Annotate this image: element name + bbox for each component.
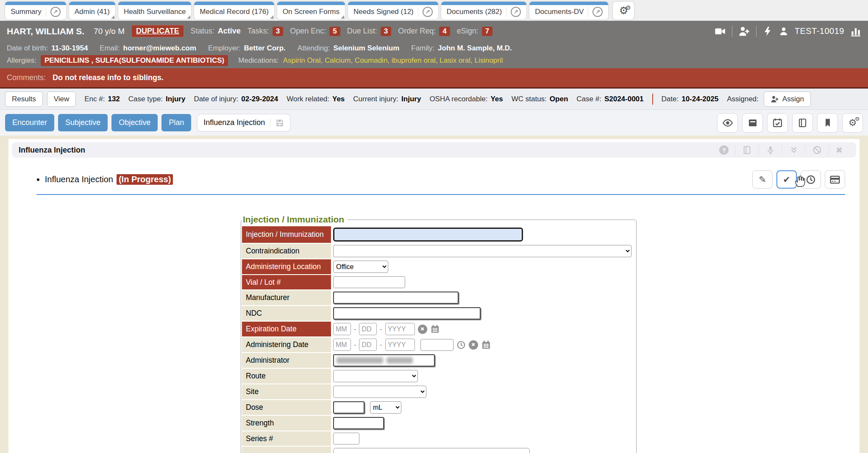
reaction-comments-textarea[interactable] (333, 448, 530, 453)
influenza-injection-form-tab[interactable]: Influenza Injection (198, 114, 290, 131)
book-icon[interactable] (735, 145, 759, 155)
administering-month-input[interactable] (333, 339, 351, 351)
route-select[interactable] (333, 370, 418, 382)
form-row: Contraindication (242, 244, 633, 258)
tasks-counter[interactable]: Tasks: 3 (248, 27, 283, 36)
time-clock-icon[interactable] (456, 340, 466, 350)
clear-date-icon[interactable]: ✖ (418, 325, 427, 334)
medication-link[interactable]: ibuprofen oral (387, 56, 435, 65)
clear-date-icon[interactable]: ✖ (469, 340, 478, 350)
calendar-icon[interactable] (430, 324, 440, 334)
wc-status: WC status:Open (512, 95, 568, 103)
close-icon[interactable]: ✖ (829, 145, 849, 155)
administrator-input[interactable] (333, 354, 435, 367)
series-number-input[interactable] (333, 433, 359, 445)
patient-id[interactable]: TEST-10019 (795, 26, 844, 36)
video-call-icon[interactable] (714, 25, 726, 37)
tab-medical-record[interactable]: Medical Record (176) (194, 2, 274, 19)
subjective-button[interactable]: Subjective (58, 114, 108, 131)
tab-settings-gear-icon[interactable]: ⚙⚙ (613, 2, 634, 19)
administering-day-input[interactable] (359, 339, 377, 351)
microphone-icon[interactable] (759, 145, 782, 155)
external-link-icon[interactable]: ↗ (418, 7, 433, 17)
ndc-input[interactable] (333, 307, 481, 320)
preview-eye-icon[interactable] (717, 113, 738, 133)
injection-immunization-input[interactable] (333, 228, 523, 242)
complete-check-icon[interactable]: ✔ (776, 170, 797, 189)
tab-admin[interactable]: Admin (41) (69, 2, 115, 19)
due-list-counter[interactable]: Due List: 3 (347, 27, 392, 36)
manufacturer-input[interactable] (333, 292, 459, 304)
tab-documents[interactable]: Documents (282) ↗ (441, 2, 526, 19)
chart-icon[interactable] (850, 26, 861, 37)
save-icon[interactable] (270, 119, 284, 127)
tab-summary[interactable]: Summary ↗ (5, 2, 66, 19)
field-label: Administering Location (242, 259, 331, 274)
assign-button[interactable]: Assign (764, 92, 811, 107)
count-badge[interactable]: 4 (439, 27, 450, 36)
medication-link[interactable]: Lisinopril (470, 56, 503, 65)
settings-gears-icon[interactable]: ⚙⚙ (842, 113, 863, 133)
collapse-all-icon[interactable] (782, 145, 805, 155)
administering-time-input[interactable] (420, 339, 453, 351)
dropdown-fold-icon (270, 15, 273, 19)
open-enc-counter[interactable]: Open Enc: 5 (290, 27, 340, 36)
dose-unit-select[interactable]: mL (370, 401, 401, 414)
tab-documents-dv[interactable]: Documents-DV ↗ (529, 2, 608, 19)
divider (652, 94, 653, 105)
item-title[interactable]: Influenza Injection (45, 175, 113, 184)
family-field: Family:John M. Sample, M.D. (411, 44, 512, 53)
administering-location-select[interactable]: Office (333, 261, 388, 273)
medication-link[interactable]: Coumadin (351, 56, 387, 65)
divider (756, 26, 757, 37)
tab-health-surveillance[interactable]: Health Surveillance (118, 2, 191, 19)
redacted-text (387, 357, 413, 364)
archive-icon[interactable] (742, 113, 763, 133)
count-badge[interactable]: 3 (273, 27, 283, 36)
administering-year-input[interactable] (385, 339, 415, 351)
plan-button[interactable]: Plan (161, 114, 191, 131)
bolt-icon[interactable] (762, 26, 773, 36)
medication-link[interactable]: Aspirin Oral (283, 56, 321, 65)
tab-on-screen-forms[interactable]: On Screen Forms (277, 2, 345, 19)
form-row: Series # (242, 431, 633, 446)
edit-icon[interactable]: ✎ (752, 170, 773, 189)
card-view-icon[interactable] (825, 170, 845, 189)
osha-recordable: OSHA recordable:Yes (429, 95, 503, 103)
tab-needs-signed[interactable]: Needs Signed (12) ↗ (348, 2, 438, 19)
tab-label: Documents-DV (535, 8, 584, 16)
duplicate-badge[interactable]: DUPLICATE (131, 25, 184, 37)
order-req-counter[interactable]: Order Req: 4 (398, 27, 450, 36)
journal-icon[interactable] (792, 113, 813, 133)
add-user-icon[interactable] (738, 25, 750, 37)
vial-lot-input[interactable] (333, 276, 405, 288)
calendar-icon[interactable] (481, 340, 491, 350)
encounter-button[interactable]: Encounter (5, 114, 54, 131)
count-badge[interactable]: 3 (381, 27, 391, 36)
count-badge[interactable]: 5 (329, 27, 340, 36)
help-icon[interactable]: ? (712, 145, 735, 155)
external-link-icon[interactable]: ↗ (46, 7, 61, 17)
calendar-check-icon[interactable] (767, 113, 788, 133)
contraindication-select[interactable] (333, 245, 632, 257)
expiration-year-input[interactable] (385, 323, 415, 335)
results-button[interactable]: Results (5, 92, 43, 107)
expiration-day-input[interactable] (359, 323, 377, 335)
view-button[interactable]: View (47, 92, 76, 107)
dose-input[interactable] (333, 401, 364, 414)
external-link-icon[interactable]: ↗ (506, 7, 521, 17)
site-select[interactable] (333, 386, 426, 398)
strength-input[interactable] (333, 417, 384, 429)
count-badge[interactable]: 7 (482, 27, 492, 36)
disable-icon[interactable] (805, 145, 829, 155)
medication-link[interactable]: Calcium (321, 56, 351, 65)
external-link-icon[interactable]: ↗ (588, 7, 603, 17)
medication-link[interactable]: Lasix oral (436, 56, 470, 65)
objective-button[interactable]: Objective (111, 114, 158, 131)
bookmark-icon[interactable] (817, 113, 838, 133)
history-clock-icon[interactable] (801, 170, 821, 189)
expiration-month-input[interactable] (333, 323, 351, 335)
date-of-injury: Date of injury:02-29-2024 (194, 95, 278, 103)
esign-counter[interactable]: eSign: 7 (457, 27, 493, 36)
allergies-badge[interactable]: PENICILLINS , SULFA(SULFONAMIDE ANTIBIOT… (41, 55, 228, 66)
